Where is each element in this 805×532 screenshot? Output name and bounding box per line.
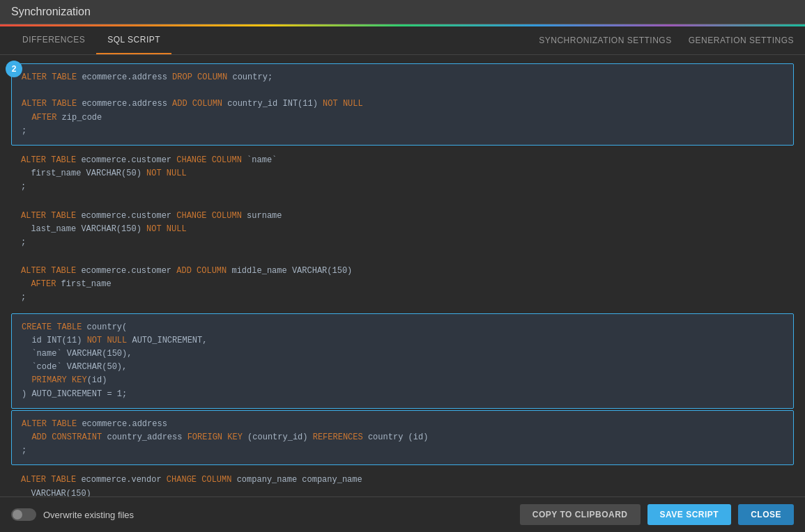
footer: Overwrite existing files COPY TO CLIPBOA…	[0, 496, 805, 532]
tabs-container: DIFFERENCES SQL SCRIPT	[11, 26, 171, 54]
title-bar: Synchronization	[0, 0, 805, 24]
sql-block-7: ALTER TABLE ecommerce.vendor CHANGE COLU…	[11, 467, 794, 496]
sql-block-5: CREATE TABLE country( id INT(11) NOT NUL…	[11, 313, 794, 409]
footer-right: COPY TO CLIPBOARD SAVE SCRIPT CLOSE	[520, 504, 794, 525]
sync-settings-button[interactable]: SYNCHRONIZATION SETTINGS	[539, 36, 671, 45]
sql-block-2: ALTER TABLE ecommerce.customer CHANGE CO…	[11, 147, 794, 201]
tab-differences[interactable]: DIFFERENCES	[11, 26, 96, 54]
sql-block-4: ALTER TABLE ecommerce.customer ADD COLUM…	[11, 258, 794, 312]
synchronization-window: Synchronization DIFFERENCES SQL SCRIPT S…	[0, 0, 805, 532]
tabs-bar: DIFFERENCES SQL SCRIPT SYNCHRONIZATION S…	[0, 26, 805, 55]
sql-block-1: ALTER TABLE ecommerce.address DROP COLUM…	[11, 63, 794, 146]
sql-block-6: ALTER TABLE ecommerce.address ADD CONSTR…	[11, 410, 794, 466]
overwrite-label: Overwrite existing files	[43, 510, 134, 520]
sql-content-area[interactable]: 2 ALTER TABLE ecommerce.address DROP COL…	[0, 55, 805, 496]
save-script-button[interactable]: SAVE SCRIPT	[647, 504, 732, 525]
change-badge: 2	[6, 61, 22, 77]
copy-to-clipboard-button[interactable]: COPY TO CLIPBOARD	[520, 504, 641, 525]
window-title: Synchronization	[11, 6, 91, 18]
footer-left: Overwrite existing files	[11, 508, 134, 521]
toggle-knob	[13, 510, 22, 519]
gen-settings-button[interactable]: GENERATION SETTINGS	[689, 36, 794, 45]
sql-block-3: ALTER TABLE ecommerce.customer CHANGE CO…	[11, 203, 794, 257]
tab-actions: SYNCHRONIZATION SETTINGS GENERATION SETT…	[539, 36, 794, 45]
tab-sql-script[interactable]: SQL SCRIPT	[96, 26, 171, 54]
overwrite-toggle[interactable]	[11, 508, 36, 521]
close-button[interactable]: CLOSE	[738, 504, 794, 525]
